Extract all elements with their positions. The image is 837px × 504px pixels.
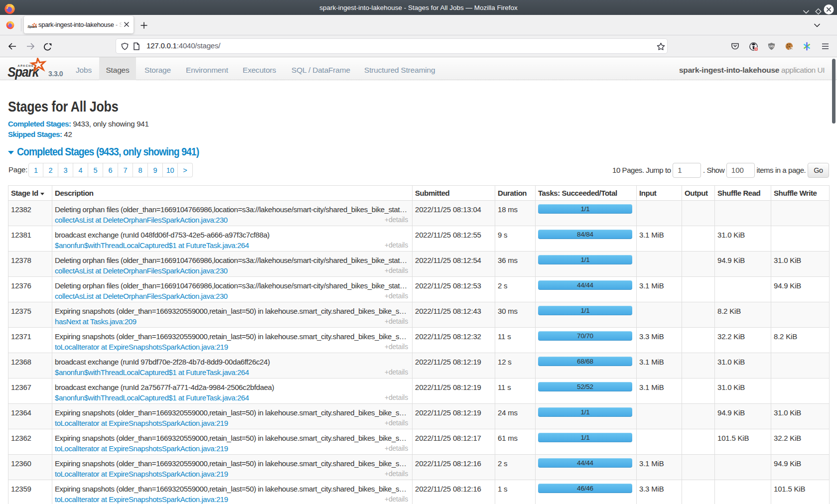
svg-text:UO: UO <box>769 44 774 48</box>
svg-text:APACHE: APACHE <box>18 64 34 67</box>
